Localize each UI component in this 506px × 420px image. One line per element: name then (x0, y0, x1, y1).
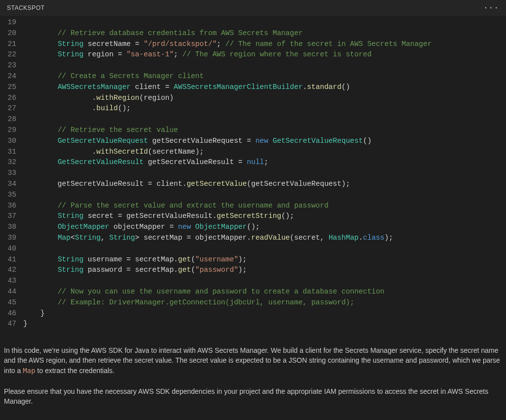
explanation-text: In this code, we're using the AWS SDK fo… (0, 345, 506, 406)
code-line[interactable]: 21 String secretName = "/prd/stackspot/"… (0, 39, 506, 50)
code-line[interactable]: 26 .withRegion(region) (0, 93, 506, 104)
line-number: 27 (0, 103, 23, 114)
line-number: 36 (0, 201, 23, 211)
code-line[interactable]: 36 // Parse the secret value and extract… (0, 201, 506, 211)
code-content[interactable] (23, 114, 506, 125)
line-number: 39 (0, 233, 23, 244)
inline-code-map: Map (23, 367, 35, 375)
code-line[interactable]: 37 String secret = getSecretValueResult.… (0, 211, 506, 222)
line-number: 21 (0, 39, 23, 50)
line-number: 19 (0, 17, 23, 28)
code-line[interactable]: 29 // Retrieve the secret value (0, 125, 506, 136)
code-content[interactable]: } (23, 308, 506, 319)
line-number: 42 (0, 265, 23, 276)
code-line[interactable]: 25 AWSSecretsManager client = AWSSecrets… (0, 82, 506, 93)
line-number: 40 (0, 244, 23, 254)
code-line[interactable]: 28 (0, 114, 506, 125)
code-content[interactable]: String username = secretMap.get("usernam… (23, 254, 506, 265)
code-line[interactable]: 38 ObjectMapper objectMapper = new Objec… (0, 222, 506, 233)
code-content[interactable]: // Retrieve database credentials from AW… (23, 28, 506, 39)
code-line[interactable]: 44 // Now you can use the username and p… (0, 287, 506, 297)
code-line[interactable]: 46 } (0, 308, 506, 319)
line-number: 26 (0, 93, 23, 104)
code-line[interactable]: 24 // Create a Secrets Manager client (0, 71, 506, 82)
code-content[interactable] (23, 276, 506, 287)
line-number: 33 (0, 168, 23, 179)
code-content[interactable]: ObjectMapper objectMapper = new ObjectMa… (23, 222, 506, 233)
code-line[interactable]: 30 GetSecretValueRequest getSecretValueR… (0, 136, 506, 147)
code-content[interactable]: Map<String, String> secretMap = objectMa… (23, 233, 506, 244)
line-number: 25 (0, 82, 23, 93)
code-content[interactable]: // Create a Secrets Manager client (23, 71, 506, 82)
code-line[interactable]: 42 String password = secretMap.get("pass… (0, 265, 506, 276)
line-number: 31 (0, 147, 23, 158)
line-number: 24 (0, 71, 23, 82)
line-number: 45 (0, 297, 23, 308)
code-content[interactable]: .withRegion(region) (23, 93, 506, 104)
line-number: 23 (0, 60, 23, 71)
panel-title: STACKSPOT (7, 4, 44, 11)
code-line[interactable]: 33 (0, 168, 506, 179)
code-content[interactable]: String secret = getSecretValueResult.get… (23, 211, 506, 222)
line-number: 47 (0, 319, 23, 330)
line-number: 34 (0, 179, 23, 190)
code-content[interactable]: } (23, 319, 506, 330)
explanation-paragraph-2: Please ensure that you have the necessar… (4, 386, 502, 407)
code-line[interactable]: 43 (0, 276, 506, 287)
code-line[interactable]: 41 String username = secretMap.get("user… (0, 254, 506, 265)
code-content[interactable]: .build(); (23, 103, 506, 114)
code-line[interactable]: 32 GetSecretValueResult getSecretValueRe… (0, 157, 506, 168)
code-content[interactable]: // Now you can use the username and pass… (23, 287, 506, 297)
line-number: 44 (0, 287, 23, 297)
line-number: 38 (0, 222, 23, 233)
code-line[interactable]: 45 // Example: DriverManager.getConnecti… (0, 297, 506, 308)
code-content[interactable]: String secretName = "/prd/stackspot/"; /… (23, 39, 506, 50)
code-line[interactable]: 20 // Retrieve database credentials from… (0, 28, 506, 39)
more-icon[interactable]: ··· (483, 5, 499, 10)
line-number: 22 (0, 49, 23, 60)
line-number: 28 (0, 114, 23, 125)
code-content[interactable]: // Example: DriverManager.getConnection(… (23, 297, 506, 308)
line-number: 35 (0, 190, 23, 201)
code-content[interactable]: String region = "sa-east-1"; // The AWS … (23, 49, 506, 60)
code-line[interactable]: 27 .build(); (0, 103, 506, 114)
code-content[interactable] (23, 168, 506, 179)
code-content[interactable]: AWSSecretsManager client = AWSSecretsMan… (23, 82, 506, 93)
code-line[interactable]: 35 (0, 190, 506, 201)
code-content[interactable]: getSecretValueResult = client.getSecretV… (23, 179, 506, 190)
code-content[interactable] (23, 17, 506, 28)
line-number: 43 (0, 276, 23, 287)
line-number: 41 (0, 254, 23, 265)
code-content[interactable] (23, 244, 506, 254)
code-line[interactable]: 31 .withSecretId(secretName); (0, 147, 506, 158)
code-content[interactable]: GetSecretValueRequest getSecretValueRequ… (23, 136, 506, 147)
code-content[interactable] (23, 190, 506, 201)
line-number: 30 (0, 136, 23, 147)
code-line[interactable]: 40 (0, 244, 506, 254)
code-content[interactable] (23, 60, 506, 71)
line-number: 32 (0, 157, 23, 168)
code-content[interactable]: String password = secretMap.get("passwor… (23, 265, 506, 276)
line-number: 20 (0, 28, 23, 39)
code-content[interactable]: // Retrieve the secret value (23, 125, 506, 136)
code-line[interactable]: 34 getSecretValueResult = client.getSecr… (0, 179, 506, 190)
code-editor[interactable]: 1920 // Retrieve database credentials fr… (0, 16, 506, 335)
panel-header: STACKSPOT ··· (0, 0, 506, 16)
code-line[interactable]: 23 (0, 60, 506, 71)
code-line[interactable]: 47} (0, 319, 506, 330)
code-line[interactable]: 22 String region = "sa-east-1"; // The A… (0, 49, 506, 60)
code-content[interactable]: GetSecretValueResult getSecretValueResul… (23, 157, 506, 168)
line-number: 46 (0, 308, 23, 319)
line-number: 37 (0, 211, 23, 222)
code-content[interactable]: // Parse the secret value and extract th… (23, 201, 506, 211)
code-line[interactable]: 39 Map<String, String> secretMap = objec… (0, 233, 506, 244)
line-number: 29 (0, 125, 23, 136)
code-content[interactable]: .withSecretId(secretName); (23, 147, 506, 158)
text-segment: to extract the credentials. (35, 367, 114, 375)
explanation-paragraph-1: In this code, we're using the AWS SDK fo… (4, 345, 502, 376)
code-line[interactable]: 19 (0, 17, 506, 28)
